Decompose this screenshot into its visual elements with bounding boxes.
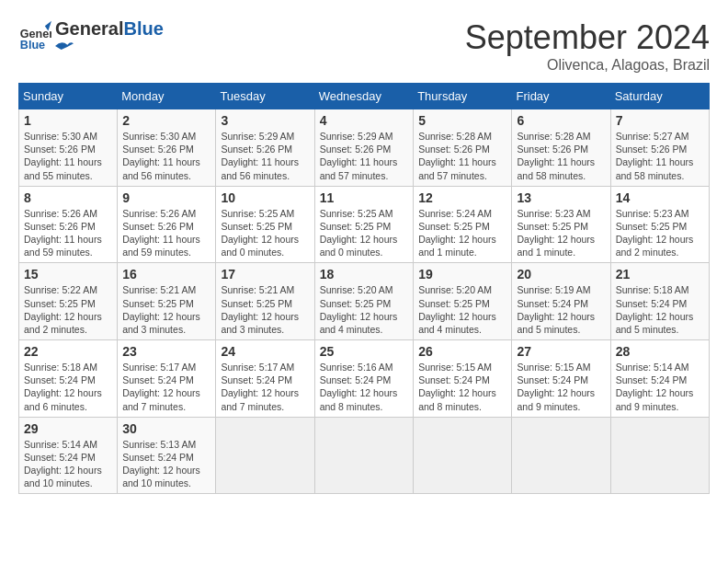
- day-info: Sunrise: 5:18 AMSunset: 5:24 PMDaylight:…: [24, 361, 112, 413]
- logo-general: General: [55, 18, 123, 39]
- day-info: Sunrise: 5:26 AMSunset: 5:26 PMDaylight:…: [122, 207, 210, 259]
- calendar-table: SundayMondayTuesdayWednesdayThursdayFrid…: [18, 83, 710, 494]
- day-number: 7: [616, 113, 704, 128]
- calendar-week-row: 15Sunrise: 5:22 AMSunset: 5:25 PMDayligh…: [19, 263, 710, 340]
- title-block: September 2024 Olivenca, Alagoas, Brazil: [465, 18, 710, 74]
- day-info: Sunrise: 5:14 AMSunset: 5:24 PMDaylight:…: [24, 438, 112, 490]
- calendar-day-cell: 29Sunrise: 5:14 AMSunset: 5:24 PMDayligh…: [19, 417, 118, 494]
- calendar-week-row: 1Sunrise: 5:30 AMSunset: 5:26 PMDaylight…: [19, 109, 710, 187]
- calendar-day-cell: 4Sunrise: 5:29 AMSunset: 5:26 PMDaylight…: [314, 109, 414, 187]
- calendar-day-cell: 21Sunrise: 5:18 AMSunset: 5:24 PMDayligh…: [610, 263, 709, 340]
- month-title: September 2024: [465, 18, 710, 57]
- calendar-day-cell: 22Sunrise: 5:18 AMSunset: 5:24 PMDayligh…: [19, 340, 118, 418]
- day-number: 16: [122, 267, 210, 282]
- day-number: 25: [320, 344, 409, 359]
- calendar-day-cell: 20Sunrise: 5:19 AMSunset: 5:24 PMDayligh…: [512, 263, 610, 340]
- day-of-week-header: Thursday: [414, 84, 512, 109]
- day-of-week-header: Wednesday: [314, 84, 414, 109]
- logo-blue: Blue: [123, 18, 163, 39]
- calendar-day-cell: 13Sunrise: 5:23 AMSunset: 5:25 PMDayligh…: [512, 186, 610, 263]
- calendar-day-cell: 3Sunrise: 5:29 AMSunset: 5:26 PMDaylight…: [216, 109, 314, 187]
- day-info: Sunrise: 5:15 AMSunset: 5:24 PMDaylight:…: [418, 361, 506, 413]
- day-number: 30: [122, 421, 210, 436]
- calendar-day-cell: 15Sunrise: 5:22 AMSunset: 5:25 PMDayligh…: [19, 263, 118, 340]
- location: Olivenca, Alagoas, Brazil: [465, 57, 710, 74]
- page-wrapper: General Blue GeneralBlue September 2024 …: [18, 18, 710, 494]
- calendar-day-cell: 11Sunrise: 5:25 AMSunset: 5:25 PMDayligh…: [314, 186, 414, 263]
- logo: General Blue GeneralBlue: [18, 18, 164, 53]
- day-info: Sunrise: 5:13 AMSunset: 5:24 PMDaylight:…: [122, 438, 210, 490]
- day-number: 14: [616, 190, 704, 205]
- day-info: Sunrise: 5:29 AMSunset: 5:26 PMDaylight:…: [320, 130, 409, 182]
- calendar-day-cell: 8Sunrise: 5:26 AMSunset: 5:26 PMDaylight…: [19, 186, 118, 263]
- svg-text:Blue: Blue: [20, 39, 45, 52]
- day-number: 26: [418, 344, 506, 359]
- day-number: 28: [616, 344, 704, 359]
- day-number: 19: [418, 267, 506, 282]
- calendar-day-cell: [610, 417, 709, 494]
- day-number: 20: [517, 267, 605, 282]
- day-number: 13: [517, 190, 605, 205]
- day-info: Sunrise: 5:21 AMSunset: 5:25 PMDaylight:…: [122, 283, 210, 336]
- day-info: Sunrise: 5:26 AMSunset: 5:26 PMDaylight:…: [24, 207, 112, 259]
- day-number: 21: [616, 267, 704, 282]
- day-info: Sunrise: 5:17 AMSunset: 5:24 PMDaylight:…: [221, 361, 309, 413]
- day-number: 17: [221, 267, 309, 282]
- day-info: Sunrise: 5:25 AMSunset: 5:25 PMDaylight:…: [221, 207, 309, 259]
- calendar-day-cell: 14Sunrise: 5:23 AMSunset: 5:25 PMDayligh…: [610, 186, 709, 263]
- day-of-week-header: Tuesday: [216, 84, 314, 109]
- calendar-day-cell: [512, 417, 610, 494]
- day-info: Sunrise: 5:24 AMSunset: 5:25 PMDaylight:…: [418, 207, 506, 259]
- day-info: Sunrise: 5:21 AMSunset: 5:25 PMDaylight:…: [221, 283, 309, 336]
- day-info: Sunrise: 5:27 AMSunset: 5:26 PMDaylight:…: [616, 130, 704, 182]
- calendar-day-cell: 6Sunrise: 5:28 AMSunset: 5:26 PMDaylight…: [512, 109, 610, 187]
- calendar-day-cell: [216, 417, 314, 494]
- day-of-week-header: Saturday: [610, 84, 709, 109]
- calendar-week-row: 29Sunrise: 5:14 AMSunset: 5:24 PMDayligh…: [19, 417, 710, 494]
- calendar-week-row: 8Sunrise: 5:26 AMSunset: 5:26 PMDaylight…: [19, 186, 710, 263]
- day-of-week-header: Friday: [512, 84, 610, 109]
- day-number: 22: [24, 344, 112, 359]
- day-number: 5: [418, 113, 506, 128]
- calendar-day-cell: 27Sunrise: 5:15 AMSunset: 5:24 PMDayligh…: [512, 340, 610, 418]
- day-number: 9: [122, 190, 210, 205]
- calendar-day-cell: 2Sunrise: 5:30 AMSunset: 5:26 PMDaylight…: [118, 109, 216, 187]
- calendar-day-cell: 10Sunrise: 5:25 AMSunset: 5:25 PMDayligh…: [216, 186, 314, 263]
- day-info: Sunrise: 5:18 AMSunset: 5:24 PMDaylight:…: [616, 283, 704, 336]
- calendar-day-cell: 25Sunrise: 5:16 AMSunset: 5:24 PMDayligh…: [314, 340, 414, 418]
- day-number: 6: [517, 113, 605, 128]
- day-info: Sunrise: 5:17 AMSunset: 5:24 PMDaylight:…: [122, 361, 210, 413]
- calendar-day-cell: 9Sunrise: 5:26 AMSunset: 5:26 PMDaylight…: [118, 186, 216, 263]
- day-number: 8: [24, 190, 112, 205]
- calendar-day-cell: 1Sunrise: 5:30 AMSunset: 5:26 PMDaylight…: [19, 109, 118, 187]
- day-number: 15: [24, 267, 112, 282]
- day-number: 18: [320, 267, 409, 282]
- calendar-day-cell: 17Sunrise: 5:21 AMSunset: 5:25 PMDayligh…: [216, 263, 314, 340]
- calendar-day-cell: [414, 417, 512, 494]
- calendar-day-cell: 5Sunrise: 5:28 AMSunset: 5:26 PMDaylight…: [414, 109, 512, 187]
- day-number: 1: [24, 113, 112, 128]
- day-of-week-header: Monday: [118, 84, 216, 109]
- day-of-week-header: Sunday: [19, 84, 118, 109]
- calendar-day-cell: 16Sunrise: 5:21 AMSunset: 5:25 PMDayligh…: [118, 263, 216, 340]
- calendar-day-cell: [314, 417, 414, 494]
- bird-icon: [55, 39, 74, 53]
- day-number: 29: [24, 421, 112, 436]
- day-number: 27: [517, 344, 605, 359]
- day-number: 4: [320, 113, 409, 128]
- day-info: Sunrise: 5:23 AMSunset: 5:25 PMDaylight:…: [517, 207, 605, 259]
- day-info: Sunrise: 5:15 AMSunset: 5:24 PMDaylight:…: [517, 361, 605, 413]
- day-number: 11: [320, 190, 409, 205]
- day-info: Sunrise: 5:28 AMSunset: 5:26 PMDaylight:…: [418, 130, 506, 182]
- day-info: Sunrise: 5:14 AMSunset: 5:24 PMDaylight:…: [616, 361, 704, 413]
- calendar-day-cell: 28Sunrise: 5:14 AMSunset: 5:24 PMDayligh…: [610, 340, 709, 418]
- calendar-day-cell: 24Sunrise: 5:17 AMSunset: 5:24 PMDayligh…: [216, 340, 314, 418]
- day-number: 24: [221, 344, 309, 359]
- logo-icon: General Blue: [18, 19, 51, 52]
- calendar-day-cell: 30Sunrise: 5:13 AMSunset: 5:24 PMDayligh…: [118, 417, 216, 494]
- day-number: 10: [221, 190, 309, 205]
- day-info: Sunrise: 5:29 AMSunset: 5:26 PMDaylight:…: [221, 130, 309, 182]
- calendar-week-row: 22Sunrise: 5:18 AMSunset: 5:24 PMDayligh…: [19, 340, 710, 418]
- calendar-day-cell: 26Sunrise: 5:15 AMSunset: 5:24 PMDayligh…: [414, 340, 512, 418]
- calendar-day-cell: 12Sunrise: 5:24 AMSunset: 5:25 PMDayligh…: [414, 186, 512, 263]
